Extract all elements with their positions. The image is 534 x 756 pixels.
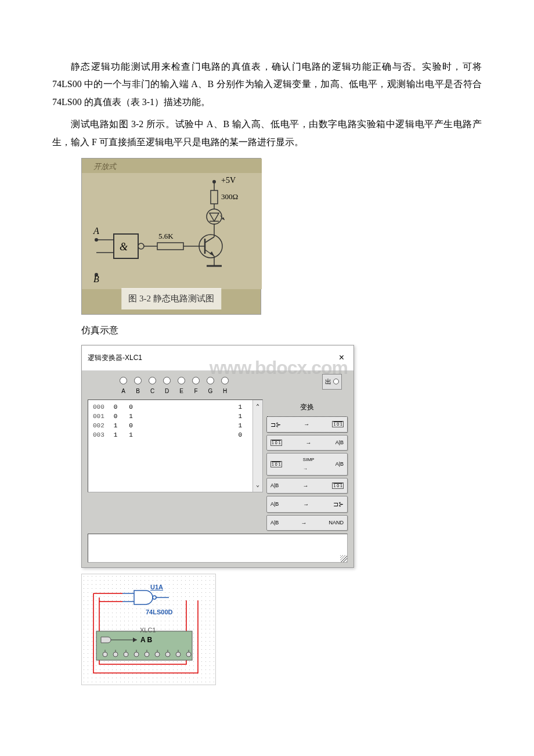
convert-table-simp-expr-button[interactable]: 1 0 1 SIMP→ A|B bbox=[266, 453, 348, 475]
tt-row-idx: 000 bbox=[93, 402, 104, 412]
truth-table-icon: 1 0 1 bbox=[332, 421, 344, 427]
svg-text:B: B bbox=[93, 274, 99, 284]
svg-point-56 bbox=[145, 652, 149, 657]
svg-rect-2 bbox=[82, 173, 262, 289]
svg-text:A: A bbox=[93, 226, 99, 236]
expression-label: A|B bbox=[270, 499, 279, 509]
convert-circuit-to-table-button[interactable]: ⊐⊱ → 1 0 1 bbox=[266, 416, 348, 433]
close-icon[interactable]: × bbox=[335, 349, 348, 366]
convert-table-to-expr-button[interactable]: 1 0 1 → A|B bbox=[266, 435, 348, 451]
component-ref-label: U1A bbox=[150, 581, 163, 593]
expression-label: A|B bbox=[335, 438, 344, 448]
terminal-e[interactable]: E bbox=[178, 377, 185, 397]
terminal-a[interactable]: A bbox=[120, 377, 127, 397]
body-paragraph-1: 静态逻辑功能测试用来检查门电路的真值表，确认门电路的逻辑功能正确与否。实验时，可… bbox=[52, 58, 482, 111]
tt-row-ab: 1 0 bbox=[114, 421, 133, 430]
svg-point-48 bbox=[103, 652, 107, 657]
circuit-photo: 开放式 & A B 5.6K bbox=[81, 158, 261, 315]
tt-row-out: 1 bbox=[238, 412, 242, 421]
svg-text:&: & bbox=[120, 241, 128, 253]
window-title: 逻辑变换器-XLC1 bbox=[88, 351, 142, 365]
output-terminal-section: 出 bbox=[322, 374, 342, 390]
body-paragraph-2: 测试电路如图 3-2 所示。试验中 A、B 输入高、低电平，由数字电路实验箱中逻… bbox=[52, 116, 482, 151]
simp-label: SIMP→ bbox=[303, 455, 315, 473]
scroll-up-icon[interactable]: ⌃ bbox=[256, 401, 259, 412]
svg-point-62 bbox=[176, 652, 181, 657]
schematic-figure: U1A 74LS00D XLC1 A B bbox=[81, 574, 216, 685]
svg-point-36 bbox=[212, 180, 216, 183]
svg-text:5.6K: 5.6K bbox=[158, 232, 174, 240]
gate-icon: ⊐⊱ bbox=[270, 419, 281, 431]
terminal-f[interactable]: F bbox=[192, 377, 200, 397]
terminal-b[interactable]: B bbox=[134, 377, 142, 397]
conversion-heading: 变换 bbox=[266, 399, 348, 416]
terminal-d[interactable]: D bbox=[163, 377, 171, 397]
svg-point-64 bbox=[186, 652, 191, 657]
expression-label: A|B bbox=[270, 518, 279, 528]
arrow-right-icon: → bbox=[303, 499, 309, 510]
nand-label: NAND bbox=[329, 518, 344, 528]
arrow-right-icon: → bbox=[301, 517, 306, 528]
svg-point-7 bbox=[95, 238, 98, 242]
logic-converter-window: www.bdocx.com 逻辑变换器-XLC1 × A B C D E F G… bbox=[81, 345, 354, 567]
svg-point-60 bbox=[165, 652, 170, 657]
schematic-canvas: U1A 74LS00D XLC1 A B bbox=[82, 574, 215, 685]
expression-label: A|B bbox=[270, 481, 279, 491]
svg-text:A B: A B bbox=[140, 636, 153, 644]
svg-point-54 bbox=[134, 652, 139, 657]
svg-text:300Ω: 300Ω bbox=[221, 192, 238, 201]
conversion-panel: 变换 ⊐⊱ → 1 0 1 1 0 1 → A|B 1 0 1 SIMP→ bbox=[266, 399, 348, 531]
tt-row-ab: 0 0 bbox=[114, 402, 133, 412]
terminal-h[interactable]: H bbox=[221, 377, 229, 397]
figure-caption: 图 3-2 静态电路测试图 bbox=[121, 288, 221, 309]
convert-expr-to-circuit-button[interactable]: A|B → ⊐⊱ bbox=[266, 496, 348, 513]
convert-expr-to-table-button[interactable]: A|B → 1 0 1 bbox=[266, 478, 348, 494]
component-part-label: 74LS00D bbox=[146, 606, 172, 618]
svg-point-52 bbox=[124, 652, 128, 657]
simulation-heading: 仿真示意 bbox=[81, 322, 482, 339]
svg-text:+5V: +5V bbox=[221, 176, 236, 185]
svg-point-38 bbox=[153, 596, 156, 599]
tt-row-idx: 002 bbox=[93, 421, 104, 430]
output-terminal[interactable]: 出 bbox=[322, 374, 342, 390]
svg-point-58 bbox=[155, 652, 160, 657]
truth-table-icon: 1 0 1 bbox=[270, 440, 282, 446]
svg-point-50 bbox=[113, 652, 118, 657]
convert-expr-to-nand-button[interactable]: A|B → NAND bbox=[266, 515, 348, 531]
tt-row-out: 1 bbox=[238, 402, 242, 412]
terminal-c[interactable]: C bbox=[149, 377, 156, 397]
window-titlebar: 逻辑变换器-XLC1 × bbox=[82, 345, 353, 370]
circuit-diagram-svg: 开放式 & A B 5.6K bbox=[82, 159, 262, 289]
tt-row-ab: 0 1 bbox=[114, 412, 133, 421]
terminal-g[interactable]: G bbox=[207, 377, 214, 397]
truth-table-scrollbar[interactable]: ⌃ ⌄ bbox=[252, 400, 262, 492]
tt-row-ab: 1 1 bbox=[114, 430, 133, 440]
svg-point-5 bbox=[138, 243, 144, 249]
scroll-down-icon[interactable]: ⌄ bbox=[256, 480, 259, 491]
svg-text:开放式: 开放式 bbox=[93, 162, 117, 171]
expression-label: A|B bbox=[335, 459, 344, 469]
truth-table-panel: 000 001 002 003 0 0 0 1 1 0 1 1 1 1 1 0 bbox=[88, 399, 263, 492]
tt-row-out: 1 bbox=[238, 421, 242, 430]
resize-grip-icon[interactable] bbox=[340, 555, 347, 562]
instrument-label: XLC1 bbox=[140, 624, 156, 636]
tt-row-idx: 003 bbox=[93, 430, 104, 440]
arrow-right-icon: → bbox=[302, 480, 308, 491]
truth-table-icon: 1 0 1 bbox=[270, 461, 282, 467]
gate-icon: ⊐⊱ bbox=[333, 498, 344, 510]
tt-row-out: 0 bbox=[238, 430, 242, 440]
arrow-right-icon: → bbox=[306, 437, 312, 448]
truth-table-icon: 1 0 1 bbox=[332, 483, 344, 489]
expression-input[interactable] bbox=[88, 534, 348, 563]
arrow-right-icon: → bbox=[304, 419, 309, 430]
circuit-photo-figure: 开放式 & A B 5.6K bbox=[81, 158, 482, 315]
tt-row-idx: 001 bbox=[93, 412, 104, 421]
input-terminals: A B C D E F G H bbox=[120, 377, 229, 397]
